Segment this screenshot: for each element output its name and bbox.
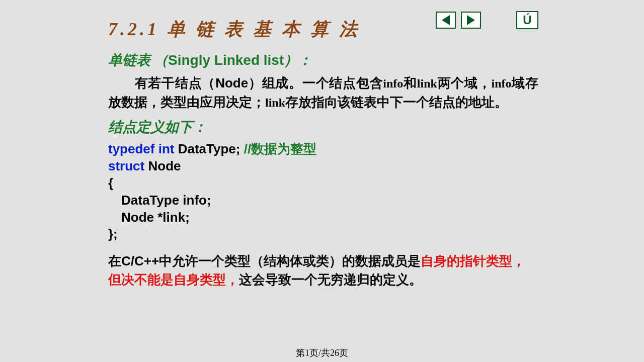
- text: 单链表 （: [108, 52, 168, 68]
- text: Node: [215, 75, 248, 90]
- text: info: [383, 77, 403, 90]
- text: link: [265, 96, 285, 109]
- text-emphasis: 但决不能是自身类型，: [108, 272, 239, 287]
- text: Singly Linked list: [168, 52, 284, 68]
- text: 两个域，: [437, 75, 492, 90]
- text: ）组成。一个结点包含: [248, 75, 383, 90]
- code-line: typedef int DataType; //数据为整型: [108, 141, 538, 158]
- page-indicator: 第1页/共26页: [0, 347, 644, 359]
- code-line: };: [108, 226, 538, 243]
- code-line: DataType info;: [108, 192, 538, 209]
- code-block: typedef int DataType; //数据为整型 struct Nod…: [108, 141, 538, 243]
- text: DataType info;: [121, 193, 211, 208]
- text: 存放指向该链表中下一个结点的地址。: [285, 95, 508, 110]
- text: info: [492, 77, 512, 90]
- slide-content: 7.2.1 单 链 表 基 本 算 法 单链表 （Singly Linked l…: [108, 17, 538, 289]
- text: DataType;: [174, 141, 244, 156]
- paragraph-intro: 有若干结点（Node）组成。一个结点包含info和link两个域，info域存放…: [108, 74, 538, 112]
- text: 在C/C++中允许一个类型（结构体或类）的数据成员是: [108, 253, 421, 268]
- text: 和: [403, 75, 417, 90]
- comment: //数据为整型: [244, 141, 316, 156]
- text: link: [417, 77, 437, 90]
- text: 这会导致一个无穷递归的定义。: [239, 272, 422, 287]
- code-line: Node *link;: [108, 209, 538, 226]
- text: 有若干结点（: [134, 75, 215, 90]
- heading-linked-list: 单链表 （Singly Linked list）：: [108, 51, 538, 70]
- text: Node: [144, 158, 181, 173]
- keyword: struct: [108, 158, 144, 173]
- text-emphasis: 自身的指针类型，: [421, 253, 525, 268]
- code-line: {: [108, 175, 538, 192]
- paragraph-note: 在C/C++中允许一个类型（结构体或类）的数据成员是自身的指针类型，但决不能是自…: [108, 252, 538, 289]
- section-title: 7.2.1 单 链 表 基 本 算 法: [108, 17, 538, 42]
- text: Node *link;: [121, 210, 190, 225]
- heading-definition: 结点定义如下：: [108, 118, 538, 137]
- text: ）：: [284, 52, 312, 68]
- code-line: struct Node: [108, 158, 538, 175]
- keyword: typedef int: [108, 141, 174, 156]
